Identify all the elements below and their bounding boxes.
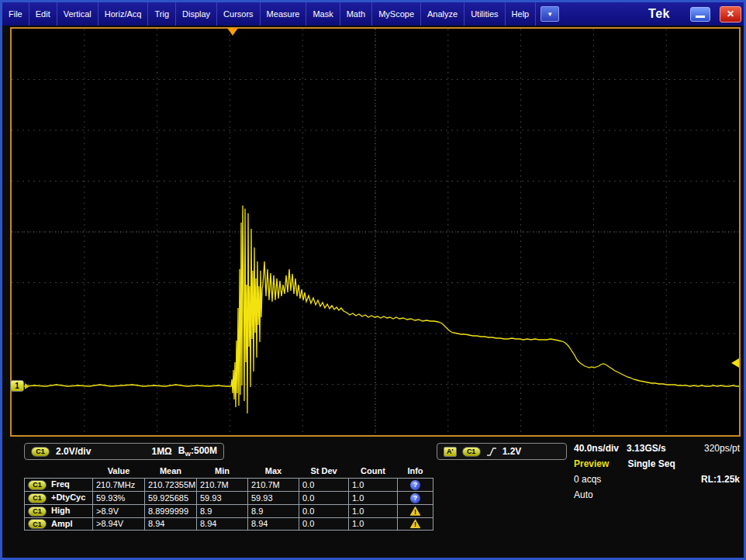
chevron-down-icon: ▼	[547, 11, 553, 18]
meas-value: >8.94V	[93, 517, 145, 531]
meas-info-cell	[398, 479, 433, 492]
trigger-level-value: 1.2V	[503, 446, 522, 457]
meas-label-cell: C1High	[25, 505, 93, 518]
meas-channel-badge: C1	[28, 519, 47, 529]
meas-min: 8.9	[197, 505, 248, 518]
close-icon: ✕	[727, 9, 734, 19]
meas-name: +DtyCyc	[51, 493, 85, 502]
channel-badge: C1	[31, 447, 50, 457]
meas-mean: 8.8999999	[145, 505, 197, 518]
sample-resolution: 320ps/pt	[704, 443, 740, 454]
meas-channel-badge: C1	[28, 480, 47, 490]
menu-item[interactable]: Horiz/Acq	[98, 2, 149, 26]
info-icon[interactable]	[410, 493, 420, 503]
measurement-row: C1Freq 210.7MHz 210.72355M 210.7M 210.7M…	[25, 479, 433, 492]
minimize-icon	[696, 16, 705, 18]
measurement-row: C1+DtyCyc 59.93% 59.925685 59.93 59.93 0…	[25, 492, 433, 505]
sample-rate: 3.13GS/s	[627, 443, 666, 454]
meas-count: 1.0	[349, 479, 398, 492]
menu-dropdown-button[interactable]: ▼	[541, 6, 559, 22]
meas-stdev: 0.0	[299, 492, 349, 505]
meas-max: 8.94	[248, 517, 299, 531]
timebase: 40.0ns/div	[574, 443, 619, 454]
meas-max: 210.7M	[248, 479, 299, 492]
bottom-panel: C1 2.0V/div 1MΩ BW:500M A' C1 1.2V 40.0n…	[2, 437, 744, 558]
menu-item[interactable]: File	[2, 2, 29, 26]
meas-channel-badge: C1	[28, 493, 47, 503]
menu-item[interactable]: Display	[176, 2, 217, 26]
measurement-table: Value Mean Min Max St Dev Count Info C1F…	[24, 465, 433, 531]
menu-item[interactable]: Vertical	[57, 2, 98, 26]
meas-header-min: Min	[197, 465, 248, 479]
meas-mean: 210.72355M	[145, 479, 197, 492]
trigger-position-marker[interactable]	[227, 28, 238, 36]
trigger-readout[interactable]: A' C1 1.2V	[437, 443, 567, 460]
menu-item[interactable]: Measure	[261, 2, 307, 26]
trigger-level-marker[interactable]	[731, 358, 739, 368]
menu-item[interactable]: MyScope	[372, 2, 421, 26]
meas-info-cell	[398, 505, 433, 518]
menu-item[interactable]: Trig	[148, 2, 176, 26]
meas-min: 210.7M	[197, 479, 248, 492]
info-icon[interactable]	[410, 506, 421, 516]
tek-logo: Tek	[648, 7, 690, 21]
meas-header-info: Info	[398, 465, 433, 479]
horizontal-panel: 40.0ns/div 3.13GS/s 320ps/pt Preview Sin…	[574, 441, 740, 503]
measurement-row: C1Ampl >8.94V 8.94 8.94 8.94 0.0 1.0	[25, 517, 433, 531]
meas-channel-badge: C1	[28, 506, 47, 517]
meas-value: 59.93%	[93, 492, 145, 505]
menu-item[interactable]: Utilities	[465, 2, 505, 26]
vertical-scale: 2.0V/div	[56, 446, 91, 457]
meas-min: 8.94	[197, 517, 248, 531]
menu-item[interactable]: Math	[340, 2, 372, 26]
menu-item[interactable]: Mask	[306, 2, 340, 26]
meas-mean: 8.94	[145, 517, 197, 531]
record-length: RL:1.25k	[701, 474, 740, 485]
meas-header-mean: Mean	[145, 465, 197, 479]
channel1-reference-marker[interactable]: 1	[10, 380, 24, 392]
meas-name: Freq	[51, 479, 70, 489]
meas-name: Ampl	[51, 519, 73, 528]
meas-value: 210.7MHz	[93, 479, 145, 492]
menu-item[interactable]: Analyze	[421, 2, 465, 26]
bandwidth-limit: BW:500M	[178, 445, 217, 458]
meas-stdev: 0.0	[299, 517, 349, 531]
meas-header-count: Count	[349, 465, 398, 479]
meas-label-cell: C1Ampl	[25, 517, 93, 531]
meas-header-stdev: St Dev	[299, 465, 349, 479]
meas-header-value: Value	[93, 465, 145, 479]
meas-count: 1.0	[349, 492, 398, 505]
meas-info-cell	[398, 517, 433, 531]
input-impedance: 1MΩ	[151, 446, 171, 457]
meas-stdev: 0.0	[299, 479, 349, 492]
close-button[interactable]: ✕	[720, 6, 741, 22]
meas-min: 59.93	[197, 492, 248, 505]
scope-display: 1	[10, 27, 741, 437]
acquisition-mode: Single Seq	[627, 458, 675, 469]
meas-name: High	[51, 506, 70, 515]
meas-mean: 59.925685	[145, 492, 197, 505]
meas-info-cell	[398, 492, 433, 505]
preview-status: Preview	[574, 458, 609, 469]
trigger-source-badge: C1	[462, 447, 481, 457]
acquisition-count: 0 acqs	[574, 474, 601, 485]
menu-item[interactable]: Help	[506, 2, 537, 26]
meas-count: 1.0	[349, 505, 398, 518]
vertical-readout[interactable]: C1 2.0V/div 1MΩ BW:500M	[24, 443, 224, 460]
meas-count: 1.0	[349, 517, 398, 531]
graticule-svg	[12, 29, 739, 435]
meas-header-blank	[25, 465, 93, 479]
info-icon[interactable]	[410, 519, 421, 528]
minimize-button[interactable]	[690, 7, 710, 22]
measurement-header-row: Value Mean Min Max St Dev Count Info	[25, 465, 433, 479]
meas-max: 59.93	[248, 492, 299, 505]
menu-item[interactable]: Cursors	[217, 2, 261, 26]
trigger-tag-badge: A'	[444, 447, 457, 457]
trigger-mode: Auto	[574, 489, 593, 500]
menu-item[interactable]: Edit	[29, 2, 57, 26]
info-icon[interactable]	[410, 480, 420, 490]
rising-edge-slope-icon	[486, 446, 497, 458]
meas-header-max: Max	[248, 465, 299, 479]
meas-label-cell: C1Freq	[25, 479, 93, 492]
measurement-row: C1High >8.9V 8.8999999 8.9 8.9 0.0 1.0	[25, 505, 433, 518]
